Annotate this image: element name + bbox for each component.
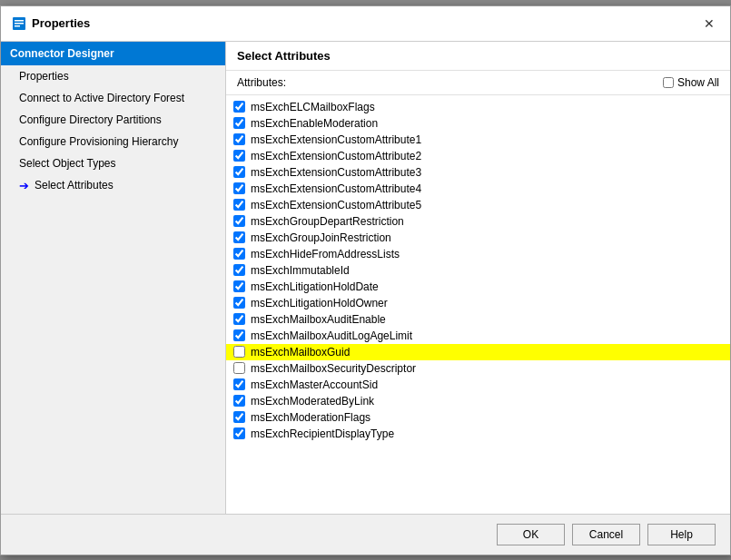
attribute-checkbox[interactable] <box>233 248 245 260</box>
attribute-name[interactable]: msExchExtensionCustomAttribute2 <box>251 150 421 162</box>
attribute-name[interactable]: msExchELCMailboxFlags <box>251 101 375 113</box>
dialog-title: Properties <box>32 16 90 30</box>
sidebar-item-label: Connect to Active Directory Forest <box>19 92 184 104</box>
attribute-item: msExchLitigationHoldDate <box>226 279 730 295</box>
attribute-name[interactable]: msExchExtensionCustomAttribute3 <box>251 166 421 179</box>
attribute-item: msExchGroupDepartRestriction <box>226 213 730 230</box>
attribute-checkbox[interactable] <box>233 215 245 227</box>
attributes-label: Attributes: <box>237 76 286 89</box>
attribute-name[interactable]: msExchExtensionCustomAttribute4 <box>251 182 421 195</box>
attribute-checkbox[interactable] <box>233 313 245 325</box>
sidebar-item-select-objects[interactable]: Select Object Types <box>1 152 225 174</box>
attribute-checkbox[interactable] <box>233 199 245 211</box>
sidebar-item-properties[interactable]: Properties <box>1 65 225 87</box>
attribute-checkbox[interactable] <box>233 297 245 309</box>
sidebar-item-configure-partitions[interactable]: Configure Directory Partitions <box>1 109 225 131</box>
help-button[interactable]: Help <box>647 524 716 545</box>
attribute-name[interactable]: msExchLitigationHoldOwner <box>251 297 388 309</box>
attribute-checkbox[interactable] <box>233 264 245 276</box>
attribute-item: msExchExtensionCustomAttribute1 <box>226 132 730 148</box>
svg-rect-2 <box>15 23 24 25</box>
attribute-name[interactable]: msExchGroupJoinRestriction <box>251 231 391 244</box>
close-button[interactable]: ✕ <box>699 14 719 34</box>
attribute-item: msExchMailboxSecurityDescriptor <box>226 360 730 377</box>
attribute-checkbox[interactable] <box>233 133 245 145</box>
dialog-footer: OK Cancel Help <box>1 514 730 555</box>
attributes-toolbar: Attributes: Show All <box>226 71 730 95</box>
attribute-item: msExchModeratedByLink <box>226 393 730 409</box>
show-all-group: Show All <box>663 76 719 89</box>
attribute-checkbox[interactable] <box>233 395 245 407</box>
cancel-button[interactable]: Cancel <box>572 524 640 545</box>
attribute-item: msExchImmutableId <box>226 262 730 279</box>
sidebar-item-label: Configure Provisioning Hierarchy <box>19 135 178 148</box>
attribute-checkbox[interactable] <box>233 346 245 358</box>
attribute-name[interactable]: msExchRecipientDisplayType <box>251 427 394 440</box>
attribute-checkbox[interactable] <box>233 117 245 129</box>
attribute-item: msExchELCMailboxFlags <box>226 99 730 115</box>
attribute-checkbox[interactable] <box>233 411 245 423</box>
attribute-item: msExchExtensionCustomAttribute4 <box>226 181 730 197</box>
attribute-name[interactable]: msExchMailboxGuid <box>251 346 350 359</box>
attribute-checkbox[interactable] <box>233 280 245 292</box>
attribute-name[interactable]: msExchMailboxSecurityDescriptor <box>251 362 416 375</box>
attribute-item: msExchModerationFlags <box>226 409 730 426</box>
sidebar-item-configure-hierarchy[interactable]: Configure Provisioning Hierarchy <box>1 131 225 152</box>
attribute-item: msExchRecipientDisplayType <box>226 426 730 442</box>
attributes-list: msExchELCMailboxFlagsmsExchEnableModerat… <box>226 95 730 514</box>
properties-dialog: Properties ✕ Connector Designer Properti… <box>0 5 731 555</box>
attribute-item: msExchExtensionCustomAttribute3 <box>226 164 730 181</box>
show-all-checkbox[interactable] <box>663 77 674 88</box>
title-bar-left: Properties <box>12 16 90 31</box>
title-bar: Properties ✕ <box>1 6 730 42</box>
attribute-name[interactable]: msExchLitigationHoldDate <box>251 280 379 293</box>
attribute-name[interactable]: msExchEnableModeration <box>251 117 378 130</box>
attribute-item: msExchMailboxAuditEnable <box>226 311 730 328</box>
attribute-checkbox[interactable] <box>233 150 245 162</box>
attribute-name[interactable]: msExchExtensionCustomAttribute1 <box>251 133 421 146</box>
sidebar-item-label: Select Object Types <box>19 157 116 170</box>
sidebar-item-label: Configure Directory Partitions <box>19 113 162 126</box>
sidebar-item-label: Properties <box>19 70 69 83</box>
sidebar-header: Connector Designer <box>1 42 225 65</box>
current-item-arrow-icon: ➔ <box>19 179 29 192</box>
attribute-checkbox[interactable] <box>233 101 245 113</box>
attribute-name[interactable]: msExchHideFromAddressLists <box>251 248 400 260</box>
attribute-checkbox[interactable] <box>233 231 245 243</box>
main-section-header: Select Attributes <box>226 42 730 71</box>
attribute-checkbox[interactable] <box>233 182 245 194</box>
attribute-item: msExchExtensionCustomAttribute5 <box>226 197 730 213</box>
svg-rect-3 <box>15 25 20 27</box>
attribute-item: msExchMailboxAuditLogAgeLimit <box>226 328 730 344</box>
attribute-checkbox[interactable] <box>233 166 245 178</box>
ok-button[interactable]: OK <box>497 524 565 545</box>
show-all-label[interactable]: Show All <box>677 76 719 89</box>
properties-icon <box>12 16 26 31</box>
attribute-name[interactable]: msExchMasterAccountSid <box>251 378 378 391</box>
sidebar: Connector Designer Properties Connect to… <box>1 42 226 514</box>
attribute-name[interactable]: msExchExtensionCustomAttribute5 <box>251 199 421 211</box>
attribute-checkbox[interactable] <box>233 427 245 439</box>
attribute-name[interactable]: msExchModerationFlags <box>251 411 370 424</box>
attribute-name[interactable]: msExchMailboxAuditEnable <box>251 313 386 326</box>
attribute-name[interactable]: msExchGroupDepartRestriction <box>251 215 404 228</box>
attribute-name[interactable]: msExchImmutableId <box>251 264 350 277</box>
attribute-checkbox[interactable] <box>233 362 245 374</box>
main-content: Select Attributes Attributes: Show All m… <box>226 42 730 514</box>
attribute-item: msExchMailboxGuid <box>226 344 730 360</box>
attribute-item: msExchLitigationHoldOwner <box>226 295 730 311</box>
attribute-name[interactable]: msExchModeratedByLink <box>251 395 374 408</box>
attribute-item: msExchMasterAccountSid <box>226 377 730 393</box>
svg-rect-1 <box>15 20 24 22</box>
sidebar-item-select-attributes[interactable]: ➔ Select Attributes <box>1 174 225 197</box>
attribute-item: msExchExtensionCustomAttribute2 <box>226 148 730 164</box>
attribute-item: msExchHideFromAddressLists <box>226 246 730 262</box>
attribute-checkbox[interactable] <box>233 378 245 390</box>
sidebar-item-connect-ad[interactable]: Connect to Active Directory Forest <box>1 87 225 109</box>
sidebar-item-label: Select Attributes <box>35 179 114 192</box>
attribute-name[interactable]: msExchMailboxAuditLogAgeLimit <box>251 329 412 342</box>
attribute-item: msExchGroupJoinRestriction <box>226 230 730 246</box>
attribute-checkbox[interactable] <box>233 329 245 341</box>
dialog-body: Connector Designer Properties Connect to… <box>1 42 730 514</box>
attribute-item: msExchEnableModeration <box>226 115 730 132</box>
